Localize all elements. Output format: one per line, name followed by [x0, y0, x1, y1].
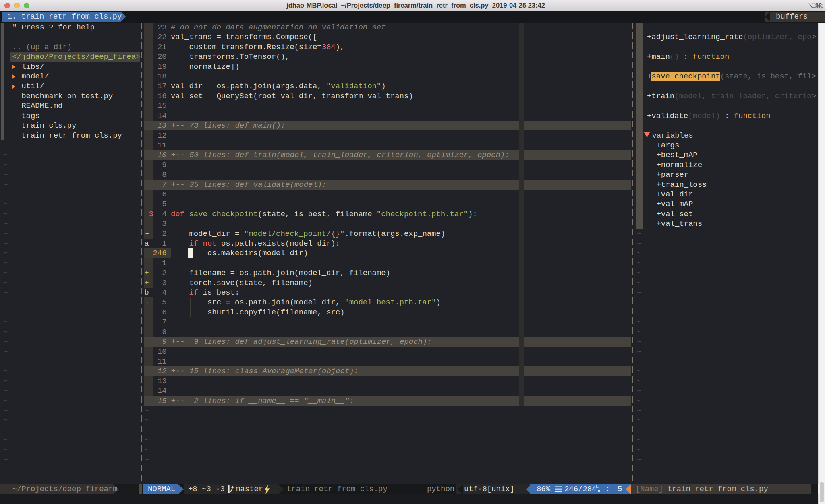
svg-text:1: 1	[822, 2, 823, 9]
